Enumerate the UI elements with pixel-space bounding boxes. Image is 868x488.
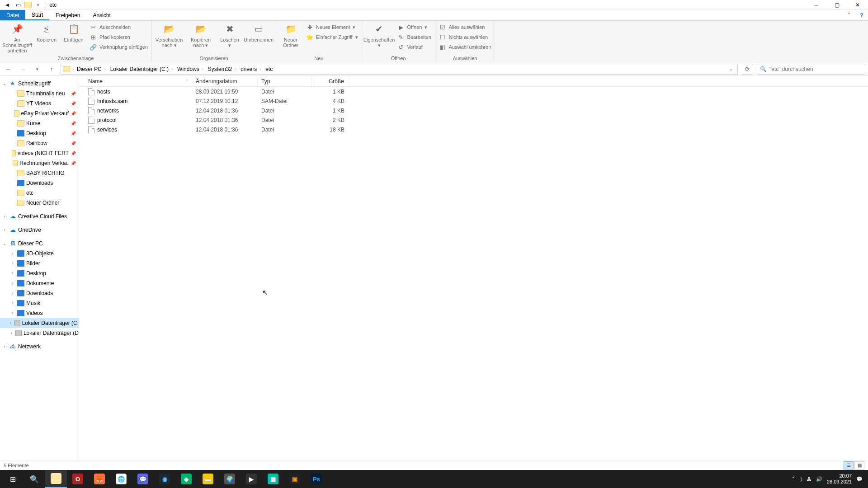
tray-clock[interactable]: 20:07 28.09.2021 <box>827 473 852 485</box>
breadcrumb-segment[interactable]: etc <box>264 66 274 72</box>
taskbar-app[interactable]: ◉ <box>154 470 175 488</box>
rename-button[interactable]: ▭ Umbenennen <box>245 23 272 42</box>
tray-chevron-icon[interactable]: ˄ <box>792 476 795 482</box>
file-list[interactable]: hosts28.09.2021 19:59Datei1 KBlmhosts.sa… <box>79 87 868 460</box>
close-button[interactable]: ✕ <box>847 0 868 10</box>
breadcrumb-segment[interactable]: Windows› <box>175 66 205 72</box>
tab-start[interactable]: Start <box>25 10 49 20</box>
navigation-pane[interactable]: ⌄★Schnellzugriff Thumbnails neu📌 YT Vide… <box>0 76 79 460</box>
tree-quickaccess[interactable]: ⌄★Schnellzugriff <box>0 79 79 89</box>
nav-up-button[interactable]: ↑ <box>46 64 57 75</box>
tree-item[interactable]: ›Desktop <box>0 268 79 278</box>
tree-drive-d[interactable]: ›Lokaler Datenträger (D <box>0 328 79 338</box>
address-bar[interactable]: › Dieser PC› Lokaler Datenträger (C:)› W… <box>61 64 738 75</box>
qat-back-icon[interactable]: ◄ <box>3 1 12 9</box>
view-icons-button[interactable]: ▦ <box>854 461 864 469</box>
help-icon[interactable]: ? <box>855 10 868 20</box>
view-details-button[interactable]: ☰ <box>844 461 854 469</box>
refresh-button[interactable]: ⟳ <box>741 64 753 75</box>
column-size[interactable]: Größe <box>312 76 348 86</box>
tree-item[interactable]: YT Videos📌 <box>0 99 79 108</box>
taskbar-app[interactable]: ▶ <box>241 470 262 488</box>
taskbar-app[interactable]: O <box>67 470 89 488</box>
tree-item[interactable]: Rechnungen Verkau📌 <box>0 158 79 168</box>
delete-button[interactable]: ✖ Löschen ▾ <box>219 23 241 48</box>
qat-props-icon[interactable]: ▭ <box>14 1 23 9</box>
file-row[interactable]: services12.04.2018 01:36Datei18 KB <box>79 125 868 134</box>
copy-to-button[interactable]: 📂 Kopieren nach ▾ <box>187 23 214 48</box>
taskbar-app[interactable]: ◆ <box>175 470 197 488</box>
tree-item[interactable]: videos (NICHT FERT📌 <box>0 148 79 158</box>
taskbar-app[interactable]: ▦ <box>262 470 284 488</box>
tree-item[interactable]: Kurse📌 <box>0 118 79 128</box>
tray-volume-icon[interactable]: 🔊 <box>816 476 822 482</box>
taskbar-app[interactable]: 🌍 <box>219 470 241 488</box>
breadcrumb-segment[interactable]: drivers› <box>239 66 263 72</box>
tree-item[interactable]: ›Downloads <box>0 288 79 298</box>
file-row[interactable]: lmhosts.sam07.12.2019 10:12SAM-Datei4 KB <box>79 96 868 106</box>
easy-access-button[interactable]: ⭐Einfacher Zugriff ▾ <box>306 33 358 42</box>
history-button[interactable]: ↺Verlauf <box>397 42 431 52</box>
tree-item[interactable]: Neuer Ordner <box>0 198 79 208</box>
cut-button[interactable]: ✂Ausschneiden <box>90 23 148 32</box>
nav-forward-button[interactable]: → <box>17 64 28 75</box>
breadcrumb-segment[interactable]: System32› <box>206 66 238 72</box>
breadcrumb-segment[interactable]: Dieser PC› <box>75 66 108 72</box>
taskbar-search[interactable]: 🔍 <box>24 470 45 488</box>
tree-thispc[interactable]: ⌄🖥Dieser PC <box>0 239 79 249</box>
tree-drive-c[interactable]: ›Lokaler Datenträger (C: <box>0 318 79 328</box>
tray-icon[interactable]: ▯ <box>799 476 802 482</box>
tab-share[interactable]: Freigeben <box>49 10 86 20</box>
maximize-button[interactable]: ▢ <box>826 0 847 10</box>
copy-button[interactable]: ⎘ Kopieren <box>35 23 58 42</box>
tree-item[interactable]: ›Musik <box>0 298 79 308</box>
open-button[interactable]: ▶Öffnen ▾ <box>397 23 431 32</box>
search-input[interactable] <box>769 66 862 72</box>
copy-path-button[interactable]: ⊞Pfad kopieren <box>90 33 148 42</box>
tree-item[interactable]: Downloads <box>0 178 79 188</box>
tab-view[interactable]: Ansicht <box>86 10 117 20</box>
file-row[interactable]: protocol12.04.2018 01:36Datei2 KB <box>79 115 868 125</box>
addr-dropdown-icon[interactable]: ⌄ <box>726 66 736 71</box>
tree-item[interactable]: Rainbow📌 <box>0 138 79 148</box>
taskbar-app[interactable]: 🌐 <box>110 470 132 488</box>
tree-item[interactable]: Thumbnails neu📌 <box>0 89 79 99</box>
properties-button[interactable]: ✔ Eigenschaften ▾ <box>366 23 393 48</box>
taskbar-app[interactable]: ▬ <box>197 470 219 488</box>
qat-dropdown-icon[interactable]: ▾ <box>33 1 42 9</box>
file-row[interactable]: networks12.04.2018 01:36Datei1 KB <box>79 106 868 115</box>
search-box[interactable]: 🔍 <box>757 64 865 75</box>
move-to-button[interactable]: 📂 Verschieben nach ▾ <box>156 23 183 48</box>
select-all-button[interactable]: ☑Alles auswählen <box>439 23 491 32</box>
tree-item[interactable]: etc <box>0 188 79 198</box>
taskbar-app[interactable]: 🦊 <box>89 470 110 488</box>
tree-item[interactable]: Desktop📌 <box>0 128 79 138</box>
tree-item[interactable]: ›Dokumente <box>0 278 79 288</box>
tree-network[interactable]: ›🖧Netzwerk <box>0 342 79 352</box>
taskbar-app[interactable]: 💬 <box>132 470 154 488</box>
tree-item[interactable]: ›Bilder <box>0 258 79 268</box>
ribbon-collapse-icon[interactable]: ˄ <box>843 10 855 20</box>
tree-item[interactable]: BABY RICHTIG <box>0 168 79 178</box>
tree-onedrive[interactable]: ›☁OneDrive <box>0 225 79 235</box>
tray-notifications-icon[interactable]: 💬 <box>856 476 863 482</box>
new-item-button[interactable]: ✚Neues Element ▾ <box>306 23 358 32</box>
edit-button[interactable]: ✎Bearbeiten <box>397 33 431 42</box>
column-name[interactable]: Name˄ <box>79 76 192 86</box>
select-none-button[interactable]: ☐Nichts auswählen <box>439 33 491 42</box>
column-date[interactable]: Änderungsdatum <box>192 76 258 86</box>
minimize-button[interactable]: ─ <box>806 0 826 10</box>
taskbar-app[interactable]: Ps <box>306 470 327 488</box>
tree-item[interactable]: eBay Privat Verkauf📌 <box>0 108 79 118</box>
paste-link-button[interactable]: 🔗Verknüpfung einfügen <box>90 42 148 52</box>
taskbar-app[interactable]: ▣ <box>284 470 306 488</box>
tree-creativecloud[interactable]: ›☁Creative Cloud Files <box>0 211 79 221</box>
paste-button[interactable]: 📋 Einfügen <box>62 23 85 42</box>
start-button[interactable]: ⊞ <box>2 470 24 488</box>
file-row[interactable]: hosts28.09.2021 19:59Datei1 KB <box>79 87 868 96</box>
tree-item[interactable]: ›3D-Objekte <box>0 249 79 258</box>
tab-file[interactable]: Datei <box>0 10 25 20</box>
breadcrumb-segment[interactable]: Lokaler Datenträger (C:)› <box>108 66 175 72</box>
tree-item[interactable]: ›Videos <box>0 308 79 318</box>
column-type[interactable]: Typ <box>258 76 312 86</box>
